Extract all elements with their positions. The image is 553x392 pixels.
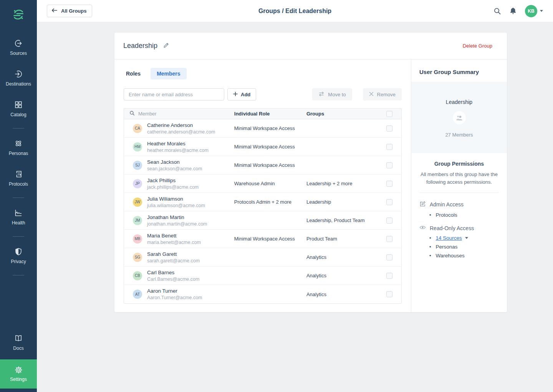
settings-gear-icon xyxy=(15,366,23,374)
summary-title: User Group Summary xyxy=(411,59,507,82)
avatar: AT xyxy=(133,290,142,299)
member-name: Catherine Anderson xyxy=(147,122,215,128)
user-avatar: KB xyxy=(525,5,537,17)
all-groups-back-button[interactable]: All Groups xyxy=(47,5,92,17)
group-members-icon xyxy=(453,111,466,124)
select-all-checkbox[interactable] xyxy=(386,111,392,117)
user-menu[interactable]: KB xyxy=(525,5,543,17)
personas-icon xyxy=(14,139,23,148)
row-checkbox[interactable] xyxy=(386,217,392,224)
readonly-access-label: Read-Only Access xyxy=(430,225,474,231)
edit-group-name-button[interactable] xyxy=(163,42,169,49)
member-filter[interactable]: Member xyxy=(129,110,157,117)
table-row[interactable]: JM Jonathan Martin jonathan.martin@acme.… xyxy=(124,211,401,230)
table-header-row: Member Individual Role Groups xyxy=(124,109,401,119)
add-member-button[interactable]: Add xyxy=(227,88,256,100)
notifications-bell-icon[interactable] xyxy=(510,7,517,15)
privacy-shield-icon xyxy=(14,247,23,256)
sidebar-divider xyxy=(13,198,24,198)
member-role: Minimal Workspace Access xyxy=(234,125,306,131)
table-row[interactable]: AT Aaron Turner Aaron.Turner@acme.com An… xyxy=(124,285,401,303)
member-groups: Analytics xyxy=(306,254,386,260)
sidebar-divider xyxy=(13,236,24,237)
search-icon[interactable] xyxy=(493,7,501,15)
member-email: jonathan.martin@acme.com xyxy=(147,221,207,227)
admin-access-row: Admin Access xyxy=(419,201,499,208)
member-name: Sarah Garett xyxy=(147,251,200,257)
sidebar-item-docs[interactable]: Docs xyxy=(0,333,37,352)
delete-group-button[interactable]: Delete Group xyxy=(463,43,492,49)
member-filter-placeholder: Member xyxy=(138,111,157,117)
member-email: Carl.Barnes@acme.com xyxy=(147,277,199,282)
member-groups: Analytics xyxy=(306,273,386,278)
search-icon xyxy=(129,110,135,117)
sidebar: Sources Destinations Catalog xyxy=(0,0,37,392)
destinations-icon xyxy=(14,70,23,78)
admin-access-list: Protocols xyxy=(419,211,499,219)
sources-expand-link[interactable]: 14 Sources xyxy=(436,235,468,241)
health-icon xyxy=(14,209,23,217)
column-header-groups: Groups xyxy=(306,111,386,117)
tab-bar: Roles Members xyxy=(124,68,402,79)
member-name: Julia Wiliamson xyxy=(147,196,205,202)
avatar: SJ xyxy=(133,161,142,170)
member-email: heather.morales@acme.com xyxy=(147,148,209,153)
row-checkbox[interactable] xyxy=(386,199,392,205)
sidebar-divider xyxy=(13,128,24,128)
tab-roles[interactable]: Roles xyxy=(124,68,143,79)
table-row[interactable]: JP Jack Phillips jack.phillips@acme.com … xyxy=(124,175,401,193)
row-checkbox[interactable] xyxy=(386,291,392,297)
member-role: Minimal Workspace Access xyxy=(234,236,306,242)
table-row[interactable]: SG Sarah Garett sarah.garett@acme.com An… xyxy=(124,248,401,267)
table-row[interactable]: CB Carl Barnes Carl.Barnes@acme.com Anal… xyxy=(124,267,401,285)
add-member-input[interactable] xyxy=(124,88,224,100)
sidebar-item-label: Personas xyxy=(9,151,28,156)
sidebar-item-privacy[interactable]: Privacy xyxy=(0,246,37,266)
member-name: Jonathan Martin xyxy=(147,214,207,220)
sidebar-item-protocols[interactable]: Protocols xyxy=(0,168,37,188)
row-checkbox[interactable] xyxy=(386,181,392,187)
table-row[interactable]: CA Catherine Anderson catherine.anderson… xyxy=(124,119,401,138)
sidebar-item-sources[interactable]: Sources xyxy=(0,38,37,58)
sidebar-item-label: Privacy xyxy=(11,259,26,264)
tab-members[interactable]: Members xyxy=(151,68,186,79)
avatar: JM xyxy=(133,216,142,225)
column-header-role: Individual Role xyxy=(234,111,306,117)
sidebar-item-catalog[interactable]: Catalog xyxy=(0,99,37,119)
member-groups: Analytics xyxy=(306,292,386,297)
row-checkbox[interactable] xyxy=(386,125,392,132)
segment-logo-icon[interactable] xyxy=(11,7,26,22)
remove-button[interactable]: Remove xyxy=(363,88,402,100)
sidebar-item-label: Catalog xyxy=(10,112,26,117)
table-row[interactable]: JW Julia Wiliamson julia.wiliamson@acme.… xyxy=(124,193,401,211)
sidebar-item-health[interactable]: Health xyxy=(0,207,37,227)
member-role: Warehouse Admin xyxy=(234,181,306,186)
docs-book-icon xyxy=(14,334,23,343)
row-checkbox[interactable] xyxy=(386,162,392,168)
member-email: Aaron.Turner@acme.com xyxy=(147,295,202,300)
row-checkbox[interactable] xyxy=(386,144,392,150)
sidebar-item-personas[interactable]: Personas xyxy=(0,138,37,158)
member-groups: Leadership xyxy=(306,199,386,205)
avatar: MB xyxy=(133,234,142,244)
protocols-icon xyxy=(14,170,23,178)
table-row[interactable]: HM Heather Morales heather.morales@acme.… xyxy=(124,138,401,156)
table-row[interactable]: SJ Sean Jackson sean.jackson@acme.com Mi… xyxy=(124,156,401,175)
readonly-access-row: Read-Only Access xyxy=(419,225,499,231)
sidebar-item-destinations[interactable]: Destinations xyxy=(0,68,37,88)
row-checkbox[interactable] xyxy=(386,273,392,279)
row-checkbox[interactable] xyxy=(386,236,392,242)
member-groups: Leadership, Product Team xyxy=(306,217,386,223)
sidebar-item-settings[interactable]: Settings xyxy=(0,359,37,389)
row-checkbox[interactable] xyxy=(386,254,392,260)
table-row[interactable]: MB Maria Benett maria.benett@acme.com Mi… xyxy=(124,230,401,248)
readonly-access-item: Personas xyxy=(419,242,499,251)
move-to-button[interactable]: Move to xyxy=(312,88,352,100)
member-name: Aaron Turner xyxy=(147,288,202,294)
sidebar-item-label: Settings xyxy=(10,377,26,382)
member-email: sarah.garett@acme.com xyxy=(147,258,200,264)
sidebar-item-label: Docs xyxy=(13,346,23,351)
member-name: Sean Jackson xyxy=(147,159,202,165)
group-permissions-section: Group Permissions All members of this gr… xyxy=(411,153,507,273)
admin-access-label: Admin Access xyxy=(430,201,464,208)
